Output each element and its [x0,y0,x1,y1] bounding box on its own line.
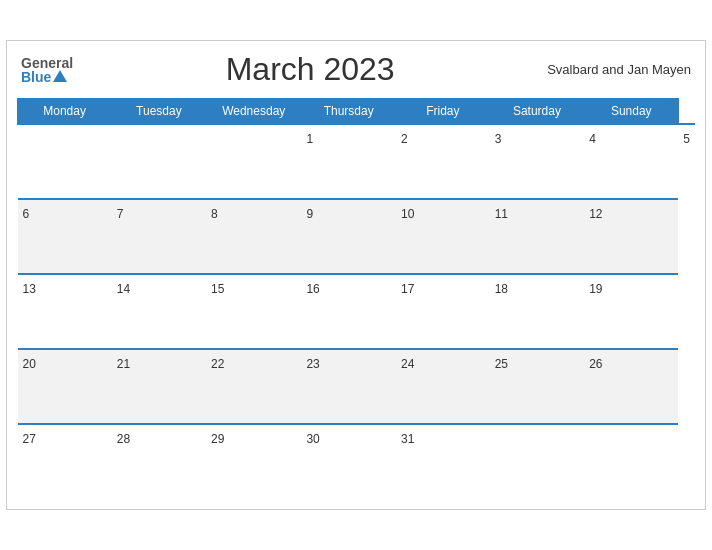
day-number: 30 [306,432,319,446]
calendar-cell: 3 [490,124,585,199]
day-number: 10 [401,207,414,221]
calendar-cell: 24 [396,349,490,424]
day-number: 31 [401,432,414,446]
logo: General Blue [21,56,73,84]
header-monday: Monday [18,99,112,125]
calendar-cell [18,124,112,199]
calendar-cell: 17 [396,274,490,349]
logo-triangle-icon [53,70,67,82]
calendar-cell: 15 [206,274,301,349]
calendar-cell: 19 [584,274,678,349]
calendar-cell: 20 [18,349,112,424]
calendar-cell: 21 [112,349,206,424]
calendar-cell: 8 [206,199,301,274]
day-number: 22 [211,357,224,371]
day-number: 28 [117,432,130,446]
day-number: 21 [117,357,130,371]
day-number: 26 [589,357,602,371]
day-number: 11 [495,207,508,221]
calendar-cell: 2 [396,124,490,199]
calendar-cell: 29 [206,424,301,499]
day-number: 8 [211,207,218,221]
day-number: 13 [23,282,36,296]
day-number: 14 [117,282,130,296]
day-number: 17 [401,282,414,296]
day-number: 24 [401,357,414,371]
header-friday: Friday [396,99,490,125]
calendar-cell: 26 [584,349,678,424]
day-number: 9 [306,207,313,221]
calendar-cell: 1 [301,124,396,199]
calendar-cell: 22 [206,349,301,424]
calendar-cell [206,124,301,199]
header-thursday: Thursday [301,99,396,125]
calendar-title: March 2023 [226,51,395,88]
calendar-cell: 25 [490,349,585,424]
day-number: 25 [495,357,508,371]
logo-general-text: General [21,56,73,70]
calendar-cell: 30 [301,424,396,499]
day-number: 16 [306,282,319,296]
day-number: 6 [23,207,30,221]
calendar-cell: 5 [678,124,695,199]
week-row-4: 20212223242526 [18,349,696,424]
day-number: 3 [495,132,502,146]
logo-blue-text: Blue [21,70,73,84]
day-number: 7 [117,207,124,221]
calendar-cell: 12 [584,199,678,274]
calendar-cell [584,424,678,499]
calendar-cell [490,424,585,499]
week-row-5: 2728293031 [18,424,696,499]
calendar-cell: 11 [490,199,585,274]
calendar-cell: 6 [18,199,112,274]
week-row-2: 6789101112 [18,199,696,274]
day-number: 5 [683,132,690,146]
calendar-cell: 10 [396,199,490,274]
week-row-3: 13141516171819 [18,274,696,349]
calendar-cell: 16 [301,274,396,349]
calendar-header: General Blue March 2023 Svalbard and Jan… [17,51,695,88]
day-number: 29 [211,432,224,446]
day-number: 19 [589,282,602,296]
header-sunday: Sunday [584,99,678,125]
calendar-cell: 9 [301,199,396,274]
header-wednesday: Wednesday [206,99,301,125]
calendar-cell: 14 [112,274,206,349]
calendar-cell: 23 [301,349,396,424]
calendar-cell [112,124,206,199]
day-number: 1 [306,132,313,146]
calendar-cell: 18 [490,274,585,349]
week-row-1: 12345 [18,124,696,199]
calendar-cell: 4 [584,124,678,199]
calendar-cell: 13 [18,274,112,349]
calendar-region: Svalbard and Jan Mayen [547,62,691,77]
day-number: 18 [495,282,508,296]
header-saturday: Saturday [490,99,585,125]
day-number: 23 [306,357,319,371]
calendar-cell: 27 [18,424,112,499]
day-number: 2 [401,132,408,146]
calendar-grid: Monday Tuesday Wednesday Thursday Friday… [17,98,695,499]
day-number: 4 [589,132,596,146]
calendar-cell: 7 [112,199,206,274]
calendar-container: General Blue March 2023 Svalbard and Jan… [6,40,706,510]
day-number: 27 [23,432,36,446]
day-number: 20 [23,357,36,371]
day-number: 12 [589,207,602,221]
calendar-cell: 28 [112,424,206,499]
calendar-cell: 31 [396,424,490,499]
header-tuesday: Tuesday [112,99,206,125]
day-number: 15 [211,282,224,296]
weekday-header-row: Monday Tuesday Wednesday Thursday Friday… [18,99,696,125]
